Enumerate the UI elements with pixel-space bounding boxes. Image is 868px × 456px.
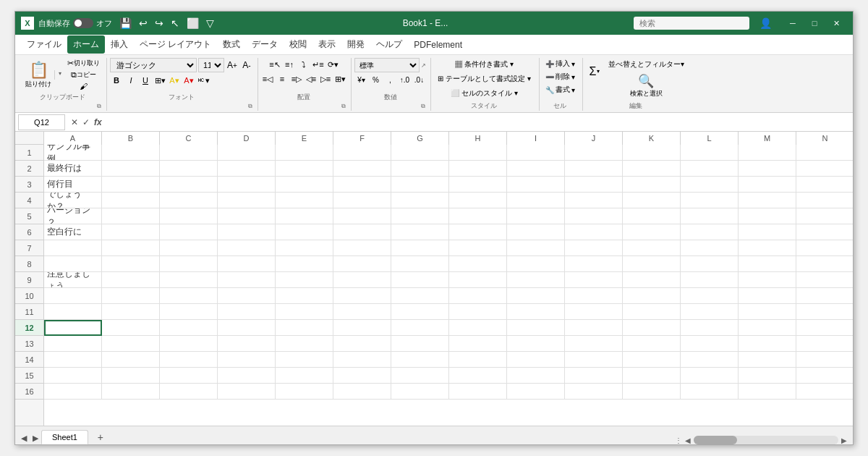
cell-B10[interactable] [102,288,160,304]
insert-cells-button[interactable]: ➕ 挿入 ▾ [542,58,578,69]
cell-I11[interactable] [507,304,565,320]
menu-view[interactable]: 表示 [312,35,341,54]
row-header-16[interactable]: 16 [15,384,43,400]
cell-A14[interactable] [44,352,102,368]
cell-D2[interactable] [218,161,276,177]
cell-E2[interactable] [276,161,333,177]
cell-C6[interactable] [160,224,218,240]
cell-B2[interactable] [102,161,160,177]
cell-B16[interactable] [102,384,160,400]
cell-B11[interactable] [102,304,160,320]
cell-H12[interactable] [449,320,507,336]
clipboard-expand[interactable]: ⧉ [96,102,102,111]
row-header-4[interactable]: 4 [15,193,43,208]
col-header-E[interactable]: E [276,132,333,145]
row-header-14[interactable]: 14 [15,352,43,368]
row-header-8[interactable]: 8 [15,256,43,272]
cell-E16[interactable] [276,384,333,400]
menu-dev[interactable]: 開発 [341,35,370,54]
cell-F7[interactable] [333,240,391,256]
cell-F13[interactable] [333,336,391,352]
cell-C3[interactable] [160,177,218,193]
cell-H3[interactable] [449,177,507,193]
cell-G7[interactable] [391,240,449,256]
cell-C2[interactable] [160,161,218,177]
cell-H10[interactable] [449,288,507,304]
cell-H16[interactable] [449,384,507,400]
cell-M15[interactable] [739,368,796,384]
cell-J3[interactable] [565,177,623,193]
cell-K9[interactable] [623,272,681,288]
fill-color-button[interactable]: A▾ [168,74,181,87]
cell-B8[interactable] [102,256,160,272]
cell-M14[interactable] [739,352,796,368]
font-size-selector[interactable]: 11 [198,58,224,72]
cell-L4[interactable] [681,193,739,208]
cell-G12[interactable] [391,320,449,336]
cell-H5[interactable] [449,208,507,224]
cell-F6[interactable] [333,224,391,240]
cell-C10[interactable] [160,288,218,304]
align-top-right-button[interactable]: ⤵ [297,58,310,71]
number-format-expand[interactable]: ↗ [421,62,426,69]
cell-D13[interactable] [218,336,276,352]
cell-F8[interactable] [333,256,391,272]
cell-M16[interactable] [739,384,796,400]
cell-B13[interactable] [102,336,160,352]
cell-I12[interactable] [507,320,565,336]
cell-L12[interactable] [681,320,739,336]
cell-L6[interactable] [681,224,739,240]
cell-K1[interactable] [623,145,681,161]
cell-E11[interactable] [276,304,333,320]
cell-I8[interactable] [507,256,565,272]
cell-J6[interactable] [565,224,623,240]
cell-D6[interactable] [218,224,276,240]
table-format-button[interactable]: ⊞ テーブルとして書式設定 ▾ [434,72,535,85]
cut-button[interactable]: ✂ 切り取り [65,58,102,69]
cell-F10[interactable] [333,288,391,304]
cell-I7[interactable] [507,240,565,256]
cell-A9[interactable]: 注意しましょう。 [44,272,102,288]
add-sheet-button[interactable]: + [93,430,109,444]
font-color-button[interactable]: A▾ [182,74,195,87]
cell-L13[interactable] [681,336,739,352]
cell-G4[interactable] [391,193,449,208]
cell-G8[interactable] [391,256,449,272]
cell-I3[interactable] [507,177,565,193]
cell-N8[interactable] [796,256,853,272]
cell-G16[interactable] [391,384,449,400]
cell-N14[interactable] [796,352,853,368]
menu-review[interactable]: 校閲 [284,35,312,54]
formula-input[interactable] [108,114,850,130]
cell-L9[interactable] [681,272,739,288]
cell-J5[interactable] [565,208,623,224]
cell-H15[interactable] [449,368,507,384]
italic-button[interactable]: I [124,74,137,87]
cell-N9[interactable] [796,272,853,288]
close-button[interactable]: ✕ [825,15,847,31]
cell-F3[interactable] [333,177,391,193]
alignment-expand[interactable]: ⧉ [341,102,346,111]
cell-E14[interactable] [276,352,333,368]
scroll-right-arrow[interactable]: ▶ [841,436,847,444]
row-header-11[interactable]: 11 [15,304,43,320]
cell-A10[interactable] [44,288,102,304]
cell-E8[interactable] [276,256,333,272]
dropdown-icon[interactable]: ▽ [203,16,217,30]
col-header-K[interactable]: K [623,132,681,145]
cell-K15[interactable] [623,368,681,384]
cell-I1[interactable] [507,145,565,161]
cell-L7[interactable] [681,240,739,256]
paste-button[interactable]: 📋 貼り付け [22,59,54,90]
indent-decrease-button[interactable]: ◁≡ [305,72,318,85]
cell-K8[interactable] [623,256,681,272]
cell-C13[interactable] [160,336,218,352]
align-right-button[interactable]: ≡▷ [290,72,303,85]
cell-A7[interactable] [44,240,102,256]
cell-K10[interactable] [623,288,681,304]
cell-F15[interactable] [333,368,391,384]
tab-scroll-left-button[interactable]: ◀ [18,432,30,444]
align-left-button[interactable]: ≡◁ [261,72,274,85]
col-header-C[interactable]: C [160,132,218,145]
comma-button[interactable]: , [384,74,397,85]
